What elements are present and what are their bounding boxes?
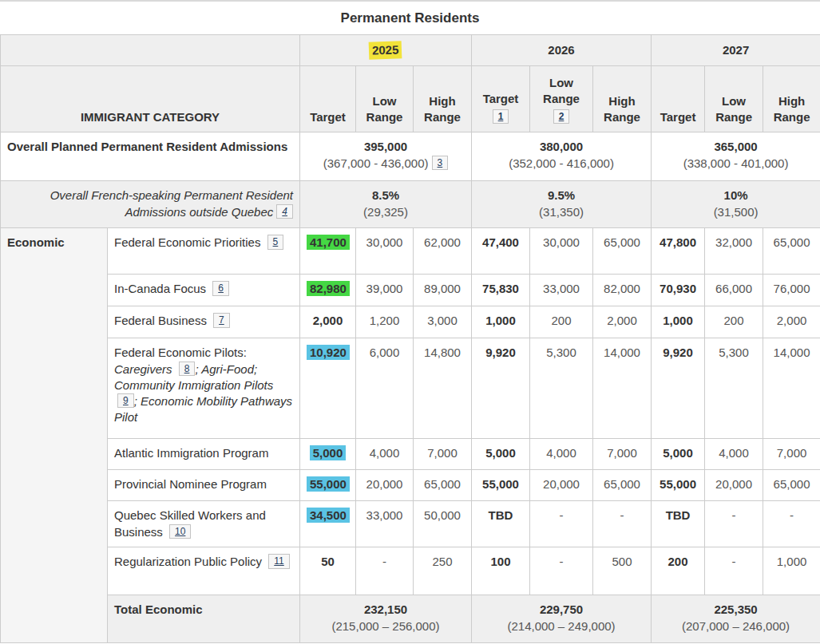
cell-rpp-2026-low: - [530,547,593,595]
cyan-highlight-value: 55,000 [307,476,350,492]
yellow-highlight-2025: 2025 [369,41,402,60]
cell-fep-2026-low: 30,000 [530,228,593,275]
cell-aip-2027-target: 5,000 [652,439,705,470]
cell-pilots-2025-high: 14,800 [414,338,472,439]
row-atlantic-immigration-program: Atlantic Immigration Program 5,000 4,000… [1,439,820,470]
footnote-link-1[interactable]: 1 [493,109,509,124]
pilots-seg1: Caregivers [114,362,172,376]
label-text: Regularization Public Policy [114,555,262,568]
cell-qsw-2025-high: 50,000 [414,501,472,547]
cell-fep-2026-target: 47,400 [472,228,530,275]
cell-total-2026: 229,750 (214,000 – 249,000) [472,595,652,643]
overall-2025-cell: 395,000 (367,000 - 436,000)3 [300,132,472,181]
row-provincial-nominee-program: Provincial Nominee Program 55,000 20,000… [1,470,820,501]
column-header-2026-target-label: Target [478,91,523,107]
cell-qsw-2026-low: - [530,501,593,547]
overall-admissions-label: Overall Planned Permanent Resident Admis… [1,132,300,181]
cell-pilots-2026-low: 5,300 [530,338,593,439]
total-2025-value: 232,150 [307,602,465,618]
overall-2026-cell: 380,000 (352,000 - 416,000) [472,132,652,181]
french-2027-cell: 10% (31,500) [652,181,820,228]
column-header-2027-high-range: High Range [763,66,820,132]
cell-fb-2026-high: 2,000 [593,306,652,338]
cell-fb-2025-target: 2,000 [300,306,356,338]
cell-rpp-2026-target: 100 [472,547,530,595]
cell-pnp-2026-target: 55,000 [472,470,530,501]
french-2026-value: 9.5% [478,188,644,203]
cell-pilots-2025-target: 10,920 [300,338,356,439]
cell-rpp-2027-high: 1,000 [763,547,820,595]
column-header-2026-low-label: Low Range [537,75,586,108]
overall-2026-value: 380,000 [478,139,644,155]
french-2026-cell: 9.5% (31,350) [472,181,652,228]
immigration-levels-table: 2025 2026 2027 IMMIGRANT CATEGORY Target… [0,34,820,643]
column-header-row: IMMIGRANT CATEGORY Target Low Range High… [1,66,820,132]
column-header-2026-target: Target 1 [472,66,530,132]
cell-icf-2025-low: 39,000 [356,275,414,306]
cell-fb-2026-low: 200 [530,306,593,338]
cyan-highlight-value: 5,000 [310,445,347,460]
footnote-link-4[interactable]: 4 [276,204,293,219]
footnote-wrap-2: 2 [537,109,586,125]
overall-2025-range: (367,000 - 436,000)3 [307,156,465,172]
overall-2027-cell: 365,000 (338,000 - 401,000) [652,132,820,181]
french-2027-value: 10% [658,188,814,203]
column-header-2025-high-range: High Range [414,66,472,132]
cell-fb-2026-target: 1,000 [472,306,530,338]
cell-icf-2025-high: 89,000 [414,275,472,306]
cell-icf-2025-target: 82,980 [300,275,356,306]
footnote-link-9[interactable]: 9 [117,393,134,408]
overall-2025-value: 395,000 [307,139,465,155]
french-2027-range: (31,500) [658,204,814,220]
overall-2026-range: (352,000 - 416,000) [478,156,644,172]
cell-aip-2025-low: 4,000 [356,439,414,470]
cell-fep-2025-target: 41,700 [300,228,356,275]
footnote-link-5[interactable]: 5 [267,235,284,249]
cell-aip-2025-high: 7,000 [414,439,472,470]
label-regularization-public-policy: Regularization Public Policy 11 [108,547,300,595]
cell-qsw-2026-high: - [593,501,652,547]
label-quebec-skilled-workers: Quebec Skilled Workers and Business 10 [108,501,300,547]
french-speaking-label-text: Overall French-speaking Permanent Reside… [50,188,293,218]
footnote-link-7[interactable]: 7 [213,313,230,327]
cell-fb-2027-high: 2,000 [763,306,820,338]
cell-rpp-2025-low: - [356,547,414,595]
footnote-link-8[interactable]: 8 [179,362,196,376]
cell-total-2025: 232,150 (215,000 – 256,000) [300,595,472,643]
cell-icf-2026-low: 33,000 [530,275,593,306]
cell-pilots-2027-high: 14,000 [763,338,820,439]
cell-pnp-2025-target: 55,000 [300,470,356,501]
column-header-immigrant-category: IMMIGRANT CATEGORY [1,66,300,132]
total-2027-value: 225,350 [658,602,814,618]
column-header-2026-low-range: Low Range 2 [530,66,593,132]
cell-fep-2027-low: 32,000 [705,228,763,275]
cell-icf-2026-high: 82,000 [593,275,652,306]
footnote-link-11[interactable]: 11 [268,554,289,568]
label-text: Federal Economic Priorities [114,235,260,249]
footnote-link-6[interactable]: 6 [212,281,229,295]
cell-pnp-2027-target: 55,000 [652,470,705,501]
cell-fep-2026-high: 65,000 [593,228,652,275]
green-highlight-value: 41,700 [307,235,350,250]
cell-rpp-2025-target: 50 [300,547,356,595]
cell-pilots-2027-target: 9,920 [652,338,705,439]
total-2026-value: 229,750 [478,602,644,618]
cell-pilots-2026-target: 9,920 [472,338,530,439]
cell-pilots-2027-low: 5,300 [705,338,763,439]
footnote-link-2[interactable]: 2 [553,109,570,124]
footnote-link-3[interactable]: 3 [432,156,449,170]
french-speaking-label: Overall French-speaking Permanent Reside… [1,181,300,228]
column-header-2025-target: Target [300,66,356,132]
label-text: In-Canada Focus [114,282,206,295]
cell-icf-2027-low: 66,000 [705,275,763,306]
cyan-highlight-value: 34,500 [307,508,350,523]
pilots-seg3: ; Economic Mobility Pathways Pilot [114,394,292,424]
footnote-link-10[interactable]: 10 [169,524,191,539]
row-regularization-public-policy: Regularization Public Policy 11 50 - 250… [1,547,820,595]
cell-pnp-2025-high: 65,000 [414,470,472,501]
cell-fep-2027-target: 47,800 [652,228,705,275]
total-2026-range: (214,000 – 249,000) [478,618,644,634]
cell-fep-2027-high: 65,000 [763,228,820,275]
label-text: Federal Business [114,314,207,327]
row-in-canada-focus: In-Canada Focus 6 82,980 39,000 89,000 7… [1,275,820,306]
